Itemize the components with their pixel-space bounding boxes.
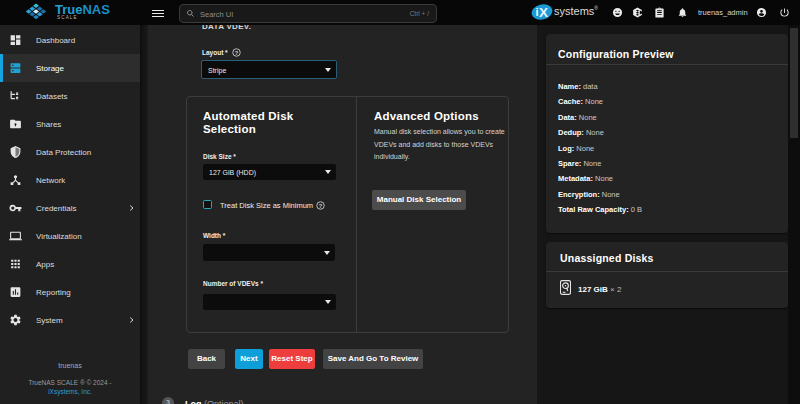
svg-text:X: X <box>539 5 548 20</box>
svg-text:?: ? <box>319 202 323 208</box>
svg-text:?: ? <box>235 50 239 56</box>
